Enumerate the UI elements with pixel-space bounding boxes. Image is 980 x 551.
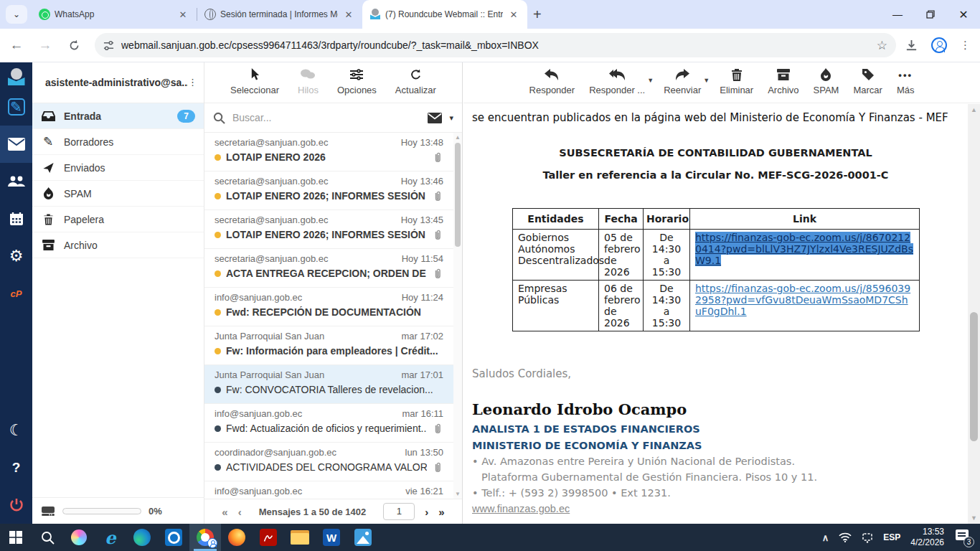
message-row[interactable]: Junta Parroquial San Juanmar 17:02 Fw: I… bbox=[204, 326, 462, 365]
logout-button[interactable] bbox=[0, 486, 32, 524]
search-input[interactable] bbox=[232, 112, 420, 123]
message-row[interactable]: info@sanjuan.gob.ecHoy 11:24 Fwd: RECEPC… bbox=[204, 288, 462, 326]
reload-button[interactable] bbox=[62, 33, 86, 57]
acrobat-icon bbox=[260, 529, 277, 546]
mark-button[interactable]: Marcar bbox=[853, 67, 882, 95]
folder-papelera[interactable]: Papelera bbox=[32, 207, 204, 232]
folder-enviados[interactable]: Enviados bbox=[32, 155, 204, 181]
search-options-chevron-icon[interactable]: ▾ bbox=[449, 113, 453, 123]
spam-button[interactable]: SPAM bbox=[814, 67, 839, 95]
message-row-selected[interactable]: Junta Parroquial San Juanmar 17:01 Fw: C… bbox=[204, 365, 462, 404]
url-text[interactable]: webmail.sanjuan.gob.ec/cpsess9964711463/… bbox=[121, 39, 877, 51]
tab-close-icon[interactable]: ✕ bbox=[342, 8, 355, 21]
acrobat-button[interactable] bbox=[253, 524, 284, 551]
dark-mode-button[interactable]: ☾ bbox=[0, 412, 32, 449]
folder-entrada[interactable]: Entrada 7 bbox=[32, 103, 204, 129]
scroll-thumb[interactable] bbox=[455, 143, 461, 247]
message-row[interactable]: secretaria@sanjuan.gob.ecHoy 13:45 LOTAI… bbox=[204, 210, 462, 249]
new-tab-button[interactable]: + bbox=[533, 6, 542, 23]
cpanel-button[interactable]: cP bbox=[0, 275, 32, 312]
site-settings-icon[interactable] bbox=[103, 40, 114, 51]
options-button[interactable]: Opciones bbox=[337, 67, 377, 95]
next-page-button[interactable]: › bbox=[425, 506, 428, 518]
back-button[interactable]: ← bbox=[4, 33, 29, 57]
language-indicator[interactable]: ESP bbox=[883, 532, 900, 542]
compose-button[interactable]: ✎ bbox=[0, 88, 32, 126]
url-bar[interactable]: webmail.sanjuan.gob.ec/cpsess9964711463/… bbox=[95, 33, 896, 57]
download-icon[interactable] bbox=[905, 39, 918, 52]
taskbar-clock[interactable]: 13:53 4/2/2026 bbox=[910, 527, 944, 548]
start-button[interactable] bbox=[0, 524, 32, 551]
delete-button[interactable]: Eliminar bbox=[720, 67, 753, 95]
message-row[interactable]: secretaria@sanjuan.gob.ecHoy 13:46 LOTAI… bbox=[204, 171, 462, 210]
message-row[interactable]: info@sanjuan.gob.ecvie 16:21 bbox=[204, 481, 462, 499]
account-menu-icon[interactable]: ⋮ bbox=[188, 81, 197, 84]
scroll-up-icon[interactable]: ▲ bbox=[968, 106, 980, 113]
reply-all-caret-icon[interactable]: ▼ bbox=[647, 77, 654, 84]
reply-all-button[interactable]: Responder ... ▼ bbox=[589, 67, 645, 95]
more-button[interactable]: ••• Más bbox=[897, 67, 915, 95]
settings-nav-button[interactable]: ⚙ bbox=[0, 237, 32, 275]
prev-page-button[interactable]: ‹ bbox=[238, 506, 242, 518]
restore-button[interactable] bbox=[914, 0, 947, 29]
forward-button[interactable]: Reenviar ▼ bbox=[664, 67, 701, 95]
first-page-button[interactable]: « bbox=[222, 506, 227, 518]
select-button[interactable]: Seleccionar bbox=[230, 67, 279, 95]
tab-search-button[interactable]: ⌄ bbox=[6, 5, 27, 24]
signature-website[interactable]: www.finanzas.gob.ec bbox=[472, 503, 959, 514]
page-input[interactable]: 1 bbox=[383, 503, 415, 520]
folder-spam[interactable]: SPAM bbox=[32, 181, 204, 207]
hidden-icons-chevron[interactable]: ∧ bbox=[822, 532, 829, 543]
tab-roundcube-active[interactable]: (7) Roundcube Webmail :: Entra ✕ bbox=[362, 0, 527, 29]
minimize-button[interactable]: — bbox=[881, 0, 914, 29]
photos-button[interactable] bbox=[347, 524, 379, 551]
close-button[interactable]: ✕ bbox=[947, 0, 980, 29]
edge-button[interactable] bbox=[126, 524, 158, 551]
zoom-link[interactable]: https://finanzas-gob-ec.zoom.us/j/859603… bbox=[695, 283, 910, 317]
zoom-link-selected[interactable]: https://finanzas-gob-ec.zoom.us/j/867021… bbox=[695, 232, 913, 266]
mail-nav-button[interactable] bbox=[0, 126, 32, 163]
help-button[interactable]: ? bbox=[0, 449, 32, 486]
message-scrollbar[interactable]: ▲ ▼ bbox=[968, 104, 980, 524]
scroll-down-icon[interactable]: ▼ bbox=[968, 514, 980, 522]
wifi-icon[interactable] bbox=[839, 532, 852, 542]
forward-caret-icon[interactable]: ▼ bbox=[703, 77, 710, 84]
archive-button[interactable]: Archivo bbox=[768, 67, 798, 95]
tab-whatsapp[interactable]: WhatsApp ✕ bbox=[32, 0, 197, 29]
chrome-button-active[interactable] bbox=[189, 524, 221, 551]
scroll-thumb[interactable] bbox=[970, 312, 978, 441]
bookmark-star-icon[interactable]: ☆ bbox=[877, 38, 887, 53]
scroll-up-icon[interactable]: ▲ bbox=[453, 134, 462, 141]
threads-button[interactable]: Hilos bbox=[298, 67, 319, 95]
tab-sesion-terminada[interactable]: Sesión terminada | Informes Me ✕ bbox=[197, 0, 362, 29]
cast-icon[interactable] bbox=[862, 532, 873, 543]
scope-envelope-icon[interactable] bbox=[428, 113, 442, 123]
copilot-button[interactable] bbox=[63, 524, 95, 551]
message-row[interactable]: coordinador@sanjuan.gob.eclun 13:50 ACTI… bbox=[204, 443, 462, 481]
message-row[interactable]: secretaria@sanjuan.gob.ecHoy 11:54 ACTA … bbox=[204, 249, 462, 288]
notification-center-button[interactable]: 3 bbox=[954, 529, 973, 546]
message-row[interactable]: info@sanjuan.gob.ecmar 16:11 Fwd: Actual… bbox=[204, 404, 462, 443]
account-header[interactable]: asistente-administrativo@sa... ⋮ bbox=[32, 62, 204, 103]
list-scrollbar[interactable]: ▲ ▼ bbox=[453, 133, 462, 499]
calendar-nav-button[interactable] bbox=[0, 200, 32, 237]
firefox-button[interactable] bbox=[221, 524, 253, 551]
file-explorer-button[interactable] bbox=[284, 524, 316, 551]
outlook-button[interactable] bbox=[158, 524, 189, 551]
profile-icon[interactable] bbox=[931, 37, 947, 53]
folder-borradores[interactable]: ✎ Borradores bbox=[32, 129, 204, 155]
refresh-button[interactable]: Actualizar bbox=[395, 67, 436, 95]
tab-close-icon[interactable]: ✕ bbox=[507, 8, 520, 21]
internet-explorer-button[interactable]: e bbox=[95, 524, 126, 551]
tab-close-icon[interactable]: ✕ bbox=[176, 8, 189, 21]
folder-archivo[interactable]: Archivo bbox=[32, 232, 204, 258]
forward-button[interactable]: → bbox=[33, 33, 57, 57]
last-page-button[interactable]: » bbox=[438, 506, 444, 518]
scroll-down-icon[interactable]: ▼ bbox=[453, 491, 462, 497]
message-row[interactable]: secretaria@sanjuan.gob.ecHoy 13:48 LOTAI… bbox=[204, 133, 462, 171]
contacts-nav-button[interactable] bbox=[0, 163, 32, 200]
reply-button[interactable]: Responder bbox=[529, 67, 575, 95]
browser-menu-icon[interactable]: ⋮ bbox=[960, 44, 970, 47]
taskbar-search-button[interactable] bbox=[32, 524, 63, 551]
word-button[interactable]: W bbox=[316, 524, 347, 551]
